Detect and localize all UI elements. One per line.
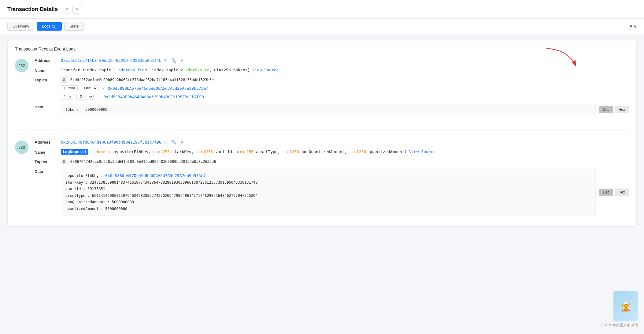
kw-uint1: uint256 <box>153 149 170 154</box>
topic-row-283-0: 0 0x06724742ccc8c330a39a641ef02a0b419bd0… <box>61 159 629 164</box>
log-entry-283: 283 Address 0x2d5c349fd8464da06a3f90b4b0… <box>15 139 629 220</box>
address-value-283: 0x2d5c349fd8464da06a3f90b4b0e9195f3d1b7f… <box>61 139 629 145</box>
view-source-link-282[interactable]: View Source <box>252 68 279 72</box>
dec-hex-btns-283: Dec Hex <box>599 189 629 196</box>
name-label: Name <box>35 68 56 73</box>
topics-value-283: 0 0x06724742ccc8c330a39a641ef02a0b419bd0… <box>61 159 629 164</box>
log-entry-282: 282 Address 0xca6c31cc71fb8f00dc2c465299… <box>15 58 629 129</box>
expand-address-btn-283[interactable]: ∨ <box>179 139 185 145</box>
n6: quantizedAmount) <box>366 149 409 154</box>
log-address-row-282: Address 0xca6c31cc71fb8f00dc2c465299f605… <box>35 58 629 63</box>
log-name-row-283: Name LogDeposit (address depositorEthKey… <box>35 149 629 155</box>
topic-row-2: 2: to Dec Hex → 0x2d5C349FD8464DA06a3f90… <box>61 94 629 100</box>
topic-arrow-2: → <box>97 95 100 99</box>
page-header: Transaction Details < > <box>0 0 644 19</box>
search-address-btn-282[interactable]: 🔍 <box>170 58 177 63</box>
topic-label-2to: 2: to <box>61 94 73 99</box>
search-address-btn-283[interactable]: 🔍 <box>170 139 177 145</box>
view-source-link-283[interactable]: View Source <box>409 149 435 154</box>
data-line-starkkey: starkKey : 32461383698814837416197743428… <box>65 179 591 186</box>
log-name-row-282: Name Transfer (index_topic_1 address fro… <box>35 68 629 73</box>
tab-overview[interactable]: Overview <box>7 22 34 31</box>
topic-row-1: 1: from Dec Hex → 0x0d5880bA57De46d6e00C… <box>61 85 629 91</box>
tab-state[interactable]: State <box>64 22 84 31</box>
kw-uint4: uint256 <box>282 149 299 154</box>
address-link-283[interactable]: 0x2d5c349fd8464da06a3f90b4b0e9195f3d1b7f… <box>61 140 161 144</box>
data-label-283: Data <box>35 169 56 174</box>
name-suffix: , uint256 tokens) <box>209 68 252 72</box>
topic-badge-0: 0 <box>61 77 67 83</box>
topic-select-2[interactable]: Dec Hex <box>76 94 94 100</box>
topic-badge-283-0: 0 <box>61 159 67 164</box>
kw-address: address <box>93 149 110 154</box>
log-body-282: Address 0xca6c31cc71fb8f00dc2c465299f605… <box>35 58 629 119</box>
n4: assetType, <box>254 149 282 154</box>
log-index-badge-282: 282 <box>15 59 28 72</box>
name-to-kw: address to <box>185 68 209 72</box>
data-line-quant: quantizedAmount : 5000000000 <box>65 206 591 212</box>
kw-uint2: uint256 <box>196 149 213 154</box>
data-line-nonquant: nonQuantizedAmount : 5000000000 <box>65 199 591 206</box>
log-container: Transaction Receipt Event Logs 282 Addre… <box>7 40 637 227</box>
copy-address-btn-282[interactable]: ⎘ <box>163 58 168 63</box>
data-line-vaultid: vaultId : 19135851 <box>65 186 591 193</box>
tabs-row: Overview Logs (2) State ≡ ∨ <box>0 19 644 34</box>
address-link-282[interactable]: 0xca6c31cc71fb8f00dc2c465299f605039e0e1f… <box>61 58 161 63</box>
name-value-283: LogDeposit (address depositorEthKey, uin… <box>61 149 629 154</box>
data-content-282: tokens : 5000000000 <box>61 104 596 115</box>
topics-label-283: Topics <box>35 159 56 164</box>
hex-btn-283[interactable]: Hex <box>615 189 629 196</box>
name-value-282: Transfer (index_topic_1 address from, in… <box>61 68 629 72</box>
n1: depositorEthKey, <box>110 149 153 154</box>
name-prefix: Transfer (index_topic_1 <box>61 68 118 72</box>
topic-arrow-1: → <box>101 86 105 90</box>
address-label: Address <box>35 58 56 63</box>
log-address-row-283: Address 0x2d5c349fd8464da06a3f90b4b0e919… <box>35 139 629 145</box>
dec-btn-283[interactable]: Dec <box>599 189 613 196</box>
main-content: Transaction Receipt Event Logs 282 Addre… <box>0 34 644 233</box>
expand-address-btn-282[interactable]: ∨ <box>179 58 185 63</box>
topics-value-282: 0 0xddf252ad1be2c89b69c2b068fc378daa952b… <box>61 77 629 100</box>
topic-hash-283-0: 0x06724742ccc8c330a39a641ef02a0b419bd092… <box>70 159 216 164</box>
dec-btn-282[interactable]: Dec <box>599 106 613 113</box>
log-topics-row-283: Topics 0 0x06724742ccc8c330a39a641ef02a0… <box>35 159 629 164</box>
dec-hex-btns-282: Dec Hex <box>599 106 629 113</box>
name-label-283: Name <box>35 149 56 155</box>
log-data-row-283: Data depositorEthKey : 0x0d5880bA57De46d… <box>35 169 629 216</box>
topic-label-1from: 1: from <box>61 85 78 91</box>
nav-next-button[interactable]: > <box>72 5 81 13</box>
data-line-assettype: assetType : 6611414208681507946242838832… <box>65 193 591 199</box>
topic-row-0: 0 0xddf252ad1be2c89b69c2b068fc378daa952b… <box>61 77 629 83</box>
data-label: Data <box>35 104 56 109</box>
log-topics-row-282: Topics 0 0xddf252ad1be2c89b69c2b068fc378… <box>35 77 629 100</box>
section-title: Transaction Receipt Event Logs <box>15 47 629 51</box>
topics-label: Topics <box>35 77 56 82</box>
filter-dropdown[interactable]: ≡ ∨ <box>630 24 637 29</box>
topic-link-2[interactable]: 0x2d5C349FD8464DA06a3f90b4B0E9195F3d1b7F… <box>103 95 204 99</box>
page-title: Transaction Details <box>7 6 58 13</box>
kw-uint3: uint256 <box>237 149 254 154</box>
kw-uint5: uint256 <box>349 149 366 154</box>
name-rest-283: ( <box>88 149 93 154</box>
tab-logs[interactable]: Logs (2) <box>37 22 62 31</box>
name-highlight-283: LogDeposit <box>61 149 88 155</box>
log-body-283: Address 0x2d5c349fd8464da06a3f90b4b0e919… <box>35 139 629 220</box>
data-content-283: depositorEthKey : 0x0d5880bA57De46d6e00C… <box>61 169 596 216</box>
address-label-283: Address <box>35 139 56 144</box>
name-mid: , index_topic_2 <box>147 68 185 72</box>
copy-address-btn-283[interactable]: ⎘ <box>163 139 168 145</box>
name-from-kw: address from <box>118 68 147 72</box>
hex-btn-282[interactable]: Hex <box>615 106 629 113</box>
topic-link-1[interactable]: 0x0d5880bA57De46d6e00CA5d7A5d25A7eb9b573… <box>108 86 208 91</box>
n5: nonQuantizedAmount, <box>299 149 349 154</box>
log-data-row-282: Data tokens : 5000000000 Dec Hex <box>35 104 629 115</box>
n2: starkKey, <box>170 149 196 154</box>
nav-prev-button[interactable]: < <box>63 5 71 13</box>
data-value-282: tokens : 5000000000 Dec Hex <box>61 104 629 115</box>
n3: vaultId, <box>213 149 237 154</box>
log-index-badge-283: 283 <box>15 141 28 154</box>
data-value-283: depositorEthKey : 0x0d5880bA57De46d6e00C… <box>61 169 629 216</box>
depositor-link[interactable]: 0x0d5880bA57De46d6e00CA5d7A5d25A7eb9b573… <box>105 173 206 178</box>
tabs-left: Overview Logs (2) State <box>7 22 84 31</box>
topic-select-1[interactable]: Dec Hex <box>81 85 98 91</box>
